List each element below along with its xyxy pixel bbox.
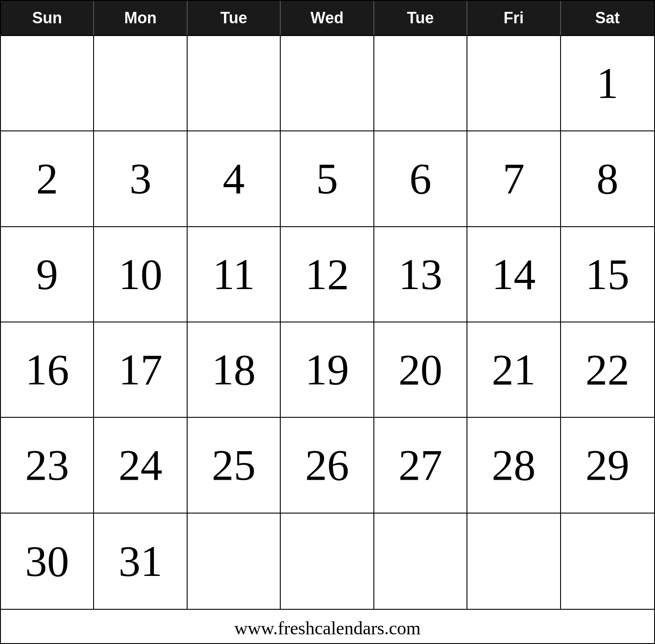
calendar-cell: 4: [188, 131, 281, 226]
day-number: 4: [223, 153, 245, 204]
calendar-cell: 31: [94, 514, 187, 609]
calendar-header: SunMonTueWedTueFriSat: [1, 1, 654, 36]
day-number: 16: [25, 344, 69, 395]
day-number: 12: [305, 249, 349, 300]
calendar-cell: 15: [561, 227, 654, 322]
day-number: 10: [119, 249, 163, 300]
calendar-cell: [374, 514, 467, 609]
calendar-body: 1234567891011121314151617181920212223242…: [1, 36, 654, 609]
calendar-cell: [467, 514, 561, 609]
calendar-cell: [281, 36, 374, 130]
calendar-cell: 30: [1, 514, 94, 609]
calendar-cell: 26: [281, 418, 374, 512]
day-number: 14: [492, 249, 536, 300]
day-number: 15: [586, 249, 630, 300]
header-day-sun: Sun: [1, 1, 94, 35]
footer-url: www.freshcalendars.com: [234, 618, 420, 638]
calendar-cell: 14: [467, 227, 561, 322]
header-day-mon: Mon: [94, 1, 187, 35]
day-number: 11: [213, 249, 255, 300]
day-number: 19: [305, 344, 349, 395]
calendar-cell: 8: [561, 131, 654, 226]
day-number: 22: [586, 344, 630, 395]
header-day-wed: Wed: [281, 1, 374, 35]
header-day-fri: Fri: [467, 1, 561, 35]
day-number: 17: [119, 344, 163, 395]
day-number: 9: [36, 249, 58, 300]
week-row-5: 3031: [1, 514, 654, 609]
header-day-sat: Sat: [561, 1, 654, 35]
calendar-cell: [1, 36, 94, 130]
calendar-cell: 2: [1, 131, 94, 226]
calendar: SunMonTueWedTueFriSat 123456789101112131…: [0, 0, 655, 644]
week-row-0: 1: [1, 36, 654, 131]
calendar-cell: 25: [188, 418, 281, 512]
header-day-tue: Tue: [374, 1, 467, 35]
day-number: 28: [492, 440, 536, 490]
week-row-1: 2345678: [1, 131, 654, 227]
day-number: 1: [597, 58, 619, 109]
calendar-cell: 29: [561, 418, 654, 512]
calendar-cell: [188, 36, 281, 130]
header-day-tue: Tue: [188, 1, 281, 35]
calendar-cell: 20: [374, 322, 467, 417]
day-number: 23: [25, 440, 69, 490]
calendar-cell: [374, 36, 467, 130]
calendar-cell: 24: [94, 418, 187, 512]
calendar-cell: 12: [281, 227, 374, 322]
calendar-cell: 23: [1, 418, 94, 512]
calendar-cell: [94, 36, 187, 130]
calendar-cell: 17: [94, 322, 187, 417]
calendar-cell: 19: [281, 322, 374, 417]
day-number: 31: [119, 536, 163, 586]
day-number: 26: [305, 440, 349, 490]
calendar-cell: [281, 514, 374, 609]
day-number: 25: [212, 440, 256, 490]
calendar-cell: 5: [281, 131, 374, 226]
calendar-cell: 1: [561, 36, 654, 130]
day-number: 18: [212, 344, 256, 395]
day-number: 21: [492, 344, 536, 395]
calendar-cell: 21: [467, 322, 561, 417]
week-row-4: 23242526272829: [1, 418, 654, 513]
day-number: 27: [398, 440, 442, 490]
calendar-cell: 10: [94, 227, 187, 322]
calendar-cell: [467, 36, 561, 130]
calendar-cell: 22: [561, 322, 654, 417]
week-row-2: 9101112131415: [1, 227, 654, 322]
day-number: 30: [25, 536, 69, 586]
day-number: 5: [316, 153, 338, 204]
calendar-cell: [561, 514, 654, 609]
calendar-cell: 9: [1, 227, 94, 322]
day-number: 7: [503, 153, 525, 204]
day-number: 13: [398, 249, 442, 300]
day-number: 24: [119, 440, 163, 490]
calendar-cell: [188, 514, 281, 609]
calendar-cell: 11: [188, 227, 281, 322]
calendar-cell: 18: [188, 322, 281, 417]
calendar-cell: 3: [94, 131, 187, 226]
calendar-footer: www.freshcalendars.com: [1, 609, 654, 643]
calendar-cell: 6: [374, 131, 467, 226]
day-number: 8: [597, 153, 619, 204]
day-number: 20: [398, 344, 442, 395]
day-number: 29: [586, 440, 630, 490]
calendar-cell: 27: [374, 418, 467, 512]
day-number: 6: [409, 153, 431, 204]
day-number: 2: [36, 153, 58, 204]
calendar-cell: 16: [1, 322, 94, 417]
week-row-3: 16171819202122: [1, 322, 654, 418]
calendar-cell: 28: [467, 418, 561, 512]
calendar-cell: 13: [374, 227, 467, 322]
calendar-cell: 7: [467, 131, 561, 226]
day-number: 3: [130, 153, 152, 204]
